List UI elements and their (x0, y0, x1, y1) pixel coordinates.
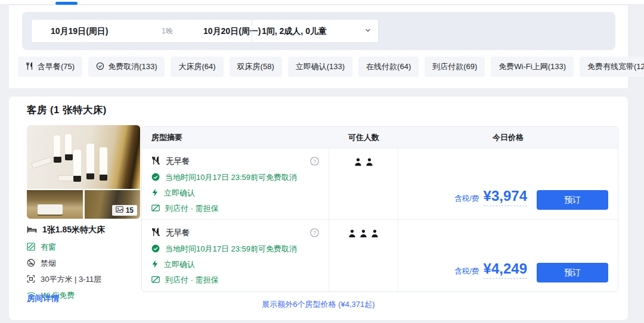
perk-label: 立即确认 (164, 259, 195, 270)
perk-label: 当地时间10月17日 23:59前可免费取消 (165, 172, 297, 183)
feature-area-floor: 30平方米 | 3-11层 (27, 274, 146, 285)
meal-label: 无早餐 (166, 156, 190, 167)
filter-chip-label: 在线付款(64) (366, 61, 411, 72)
photo-count: 15 (126, 206, 134, 215)
filter-chip-row: 含早餐(75) 免费取消(133) 大床房(64) 双床房(58) 立即确认(1… (18, 57, 620, 77)
tax-included-label: 含税/费 (455, 266, 479, 277)
tax-included-label: 含税/费 (455, 194, 479, 204)
feature-label: 禁烟 (41, 258, 56, 269)
no-breakfast-icon (151, 156, 160, 167)
filter-chip-free-wifi[interactable]: 免费Wi-Fi上网(133) (491, 57, 574, 77)
tab-bar (0, 0, 644, 5)
window-icon (27, 243, 35, 253)
room-photo-thumb-2[interactable]: 15 (85, 190, 141, 219)
filter-chip-twin-beds[interactable]: 双床房(58) (230, 57, 282, 77)
perk-instant-confirm: 立即确认 (151, 259, 320, 270)
svg-text:?: ? (313, 230, 316, 236)
meal-label: 无早餐 (166, 228, 190, 238)
filter-chip-breakfast[interactable]: 含早餐(75) (18, 57, 82, 77)
person-icon (366, 158, 373, 166)
price-amount[interactable]: ¥4,249 (484, 260, 527, 279)
no-smoking-icon (27, 259, 35, 269)
filter-chip-label: 大床房(64) (178, 61, 215, 72)
feature-window: 有窗 (27, 242, 146, 253)
meal-plan: 无早餐 (151, 156, 320, 167)
header-price: 今日价格 (398, 127, 618, 148)
area-floor-icon (27, 275, 35, 285)
checkin-date[interactable]: 10月19日(周日) (51, 20, 108, 42)
rate-table: 房型摘要 可住人数 今日价格 无早餐 (141, 126, 618, 292)
room-type-card: 客房 (1 张特大床) 15 (9, 97, 628, 320)
rate-summary-cell: 无早餐 当地时间10月17日 23:59前可免费取消 立即确认 (142, 220, 329, 292)
date-occupancy-bar: 10月19日(周日) 1晚 10月20日(周一) 1间, 2成人, 0儿童 (31, 19, 379, 43)
room-photo-thumb-1[interactable] (27, 190, 83, 219)
filter-chip-label: 立即确认(133) (296, 61, 345, 72)
divider (252, 20, 252, 42)
price-cell: 含税/费 ¥4,249 预订 (398, 220, 618, 292)
photo-detail (73, 150, 81, 177)
feature-label: 1张1.85米特大床 (42, 225, 105, 235)
photo-detail (65, 134, 72, 156)
filter-chip-pay-at-hotel[interactable]: 到店付款(69) (425, 57, 485, 77)
filter-chip-label: 免费有线宽带(127) (587, 61, 644, 72)
feature-label: 有窗 (41, 242, 56, 253)
rate-row: 无早餐 当地时间10月17日 23:59前可免费取消 立即确认 (142, 148, 618, 220)
price: 含税/费 ¥4,249 (455, 260, 527, 279)
price: 含税/费 ¥3,974 (455, 188, 527, 206)
utensils-icon (26, 62, 34, 72)
filter-chip-free-cancel[interactable]: 免费取消(133) (88, 57, 165, 77)
shield-check-icon (96, 62, 104, 72)
filter-chip-label: 双床房(58) (237, 61, 274, 72)
rate-row: 无早餐 当地时间10月17日 23:59前可免费取消 立即确认 (142, 220, 618, 292)
person-icon (354, 158, 362, 166)
photo-count-badge[interactable]: 15 (112, 205, 137, 216)
filter-chip-pay-online[interactable]: 在线付款(64) (358, 57, 419, 77)
chevron-down-icon[interactable] (364, 20, 371, 42)
filter-chip-king-bed[interactable]: 大床房(64) (171, 57, 223, 77)
photo-detail (100, 147, 107, 176)
stay-search-container: 10月19日(周日) 1晚 10月20日(周一) 1间, 2成人, 0儿童 (22, 12, 615, 50)
question-circle-icon[interactable]: ? (310, 228, 319, 240)
check-circle-icon (151, 173, 160, 183)
room-photo-main[interactable] (27, 125, 140, 189)
filter-chip-wired-internet[interactable]: 免费有线宽带(127) (580, 57, 644, 77)
photo-icon (116, 206, 123, 215)
occupancy-cell (329, 148, 398, 219)
price-cell: 含税/费 ¥3,974 预订 (398, 148, 618, 219)
svg-text:?: ? (313, 159, 316, 164)
filter-chip-instant-confirm[interactable]: 立即确认(133) (288, 57, 352, 77)
bed-icon (27, 225, 37, 235)
occupancy-selector[interactable]: 1间, 2成人, 0儿童 (262, 20, 327, 42)
room-photo-thumbnails: 15 (27, 190, 140, 219)
perk-instant-confirm: 立即确认 (151, 188, 320, 198)
header-occupancy: 可住人数 (329, 127, 398, 148)
person-icon (371, 229, 379, 238)
filter-chip-label: 免费取消(133) (108, 61, 157, 72)
book-button[interactable]: 预订 (537, 190, 608, 210)
perk-label: 立即确认 (164, 188, 195, 198)
photo-detail (86, 144, 94, 175)
rate-summary-cell: 无早餐 当地时间10月17日 23:59前可免费取消 立即确认 (142, 148, 329, 219)
active-tab-indicator[interactable] (55, 2, 78, 5)
rate-table-header: 房型摘要 可住人数 今日价格 (142, 127, 618, 148)
filter-chip-label: 免费Wi-Fi上网(133) (499, 61, 566, 72)
price-amount[interactable]: ¥3,974 (484, 188, 527, 206)
pay-at-hotel-icon (151, 276, 160, 285)
perk-free-cancel: 当地时间10月17日 23:59前可免费取消 (151, 172, 320, 183)
perk-free-cancel: 当地时间10月17日 23:59前可免费取消 (151, 244, 320, 254)
perk-pay-at-hotel: 到店付 · 需担保 (151, 275, 320, 285)
show-more-rates-link[interactable]: 展示额外6个房型价格 (¥4,371起) (9, 299, 628, 310)
nights-count: 1晚 (162, 20, 173, 42)
header-room-summary: 房型摘要 (142, 127, 329, 148)
no-breakfast-icon (151, 228, 160, 238)
perk-label: 到店付 · 需担保 (165, 203, 219, 214)
feature-no-smoking: 禁烟 (27, 258, 146, 269)
lightning-icon (151, 188, 159, 198)
filter-chip-label: 到店付款(69) (432, 61, 477, 72)
person-icon (348, 229, 356, 238)
feature-label: 30平方米 | 3-11层 (41, 274, 101, 285)
book-button[interactable]: 预订 (537, 263, 608, 282)
question-circle-icon[interactable]: ? (310, 157, 319, 168)
photo-detail (58, 175, 75, 181)
occupancy-cell (329, 220, 398, 292)
